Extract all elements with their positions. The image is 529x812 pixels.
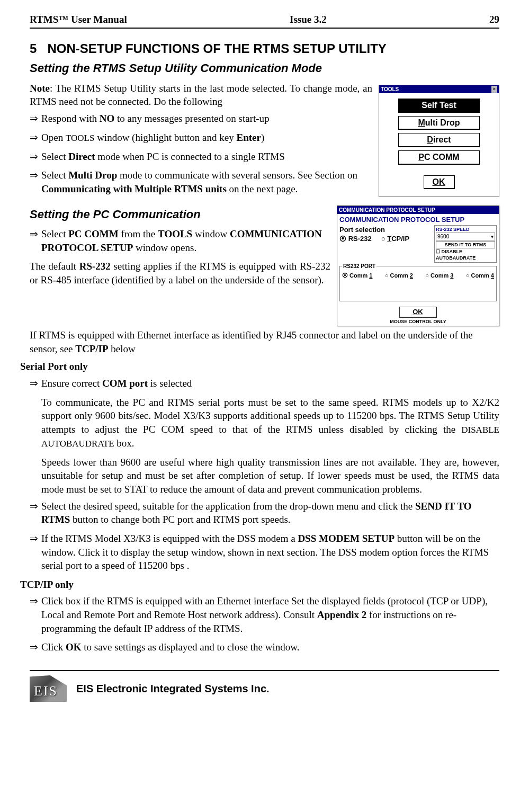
rs232-default-paragraph: The default RS-232 setting applies if th… <box>30 260 330 287</box>
header-right: 29 <box>489 13 499 26</box>
step-respond-no: Respond with NO to any messages presente… <box>41 112 372 126</box>
send-to-rtms-button[interactable]: SEND IT TO RTMS <box>436 241 495 248</box>
rs232-radio[interactable]: ⦿ RS-232 <box>339 235 372 243</box>
eis-logo-icon: EIS <box>30 675 67 702</box>
comm-ok-button[interactable]: OK <box>399 307 437 318</box>
step-tcpip-fields: Click box if the RTMS is equipped with a… <box>41 594 499 635</box>
section-number: 5 <box>30 41 37 56</box>
port-selection-label: Port selection <box>339 225 409 235</box>
close-icon[interactable]: × <box>491 86 497 92</box>
disable-autobaud-checkbox[interactable]: ☐ DISABLE AUTOBAUDRATE <box>436 248 495 261</box>
comm2-radio[interactable]: ○ Comm 2 <box>385 272 413 280</box>
step-select-speed: Select the desired speed, suitable for t… <box>41 499 499 527</box>
rs232-port-group: RS232 PORT ⦿ Comm 1 ○ Comm 2 ○ Comm 3 ○ … <box>339 266 497 302</box>
comm-heading: COMMUNICATION PROTOCOL SETUP <box>339 215 497 225</box>
direct-button[interactable]: Direct <box>398 133 480 147</box>
tcpip-radio[interactable]: ○ TCP/IP <box>381 235 409 243</box>
tools-dialog: TOOLS × Self Test Multi Drop Direct PC C… <box>379 85 499 197</box>
comm4-radio[interactable]: ○ Comm 4 <box>466 272 494 280</box>
note-paragraph: Note: The RTMS Setup Utility starts in t… <box>30 82 372 109</box>
step-dss-modem: If the RTMS Model X3/K3 is equipped with… <box>41 532 499 573</box>
page-header: RTMS™ User Manual Issue 3.2 29 <box>30 13 499 29</box>
ethernet-paragraph: If RTMS is equipped with Ethernet interf… <box>30 328 499 355</box>
header-left: RTMS™ User Manual <box>30 13 127 26</box>
multi-drop-button[interactable]: Multi Drop <box>398 116 480 130</box>
speed-paragraph-1: To communicate, the PC and RTMS serial p… <box>41 396 499 450</box>
pc-comm-button[interactable]: PC COMM <box>398 150 480 165</box>
chevron-down-icon: ▾ <box>491 233 494 240</box>
header-center: Issue 3.2 <box>290 13 327 26</box>
comm3-radio[interactable]: ○ Comm 3 <box>425 272 453 280</box>
serial-port-only-heading: Serial Port only <box>20 360 499 373</box>
tools-ok-button[interactable]: OK <box>424 175 455 190</box>
tools-title-text: TOOLS <box>381 86 399 93</box>
tcpip-only-heading: TCP/IP only <box>20 578 499 592</box>
comm1-radio[interactable]: ⦿ Comm 1 <box>342 272 372 280</box>
step-select-pccomm: Select PC COMM from the TOOLS window COM… <box>41 227 330 254</box>
subsection-1-heading: Setting the RTMS Setup Utility Communica… <box>30 60 499 76</box>
tools-titlebar: TOOLS × <box>379 85 499 94</box>
self-test-button[interactable]: Self Test <box>398 99 480 113</box>
page-footer: EIS EIS Electronic Integrated Systems In… <box>30 671 499 706</box>
footer-company-name: EIS Electronic Integrated Systems Inc. <box>76 682 270 696</box>
step-open-tools: Open TOOLS window (highlight button and … <box>41 131 372 145</box>
step-select-multidrop: Select Multi Drop mode to communicate wi… <box>41 168 372 195</box>
speed-dropdown[interactable]: 9600▾ <box>436 233 495 241</box>
step-click-ok: Click OK to save settings as displayed a… <box>41 640 499 654</box>
section-title: NON-SETUP FUNCTIONS OF THE RTMS SETUP UT… <box>47 41 386 56</box>
section-heading: 5 NON-SETUP FUNCTIONS OF THE RTMS SETUP … <box>30 40 499 57</box>
subsection-2-heading: Setting the PC Communication <box>30 207 330 222</box>
comm-titlebar: COMMUNICATION PROTOCOL SETUP <box>337 206 499 215</box>
comm-protocol-dialog: COMMUNICATION PROTOCOL SETUP COMMUNICATI… <box>337 206 499 326</box>
step-select-direct: Select Direct mode when PC is connected … <box>41 150 372 164</box>
speed-paragraph-2: Speeds lower than 9600 are useful where … <box>41 456 499 496</box>
mouse-control-only-label: MOUSE CONTROL ONLY <box>339 318 497 325</box>
rs232-speed-label: RS-232 SPEED <box>436 226 495 233</box>
rs232-port-legend: RS232 PORT <box>342 263 376 269</box>
step-ensure-comport: Ensure correct COM port is selected <box>41 377 499 390</box>
